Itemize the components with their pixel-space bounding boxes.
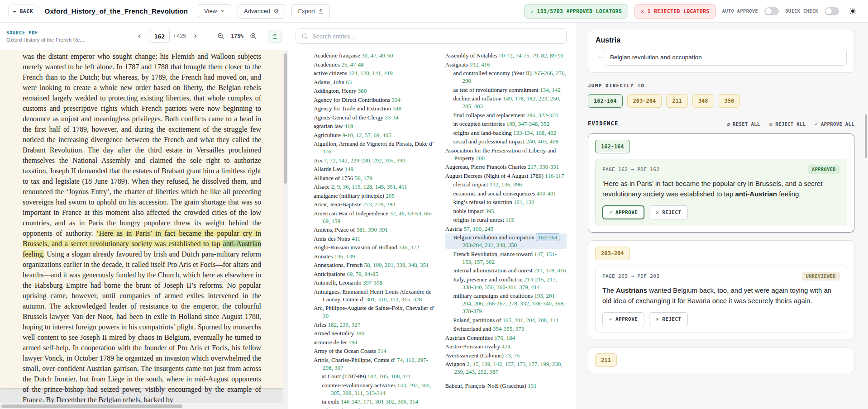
back-button[interactable]: ← BACK xyxy=(8,5,38,18)
index-refs[interactable]: 7, 72, 142, 229-230, 292, 305, 390 xyxy=(324,157,405,164)
search-input[interactable] xyxy=(312,33,561,40)
index-entry[interactable]: Assembly of Notables 70-72, 74-75, 79, 8… xyxy=(445,52,567,59)
index-entry[interactable]: Alliance of 1756 58, 179 xyxy=(314,174,435,182)
index-subentry[interactable]: counter-revolutionary activities 143, 29… xyxy=(314,381,435,397)
index-entry[interactable]: Amiens, Peace of 381, 390-391 xyxy=(314,226,435,233)
index-refs[interactable]: 121, 132 xyxy=(514,199,534,205)
pdf-vertical-scrollbar-thumb[interactable] xyxy=(284,53,287,184)
index-refs[interactable]: 131 xyxy=(528,382,537,389)
index-entry[interactable]: Annates 136, 139 xyxy=(314,252,435,260)
index-refs[interactable]: 70-72, 74-75, 79, 82, 89-91 xyxy=(499,52,563,59)
index-entry[interactable]: Amis des Noirs 411 xyxy=(314,235,435,243)
index-refs[interactable]: 116-117 xyxy=(545,172,564,179)
index-entry[interactable]: Amar, Jean-Baptiste 273, 279, 283 xyxy=(314,200,435,208)
index-refs[interactable]: 136, 139 xyxy=(334,253,355,260)
index-refs[interactable]: 134, 142 xyxy=(540,86,561,93)
search-bar[interactable] xyxy=(296,29,567,44)
index-refs[interactable]: 124, 128, 141, 419 xyxy=(348,70,393,76)
index-refs[interactable]: 63 xyxy=(346,79,352,86)
index-entry[interactable]: Armed neutrality 380 xyxy=(314,329,435,337)
pdf-viewport[interactable]: was the distant emperor who sought chang… xyxy=(0,50,288,403)
index-entry[interactable]: Antraigues, Emmanuel-Henri-Louis Alexand… xyxy=(314,288,435,303)
index-entry[interactable]: August Decrees (Night of 4 August 1789) … xyxy=(445,172,567,180)
index-entry[interactable]: Allarde Law 149 xyxy=(314,165,435,173)
index-subentry[interactable]: Italy, presence and conflict in 213-215,… xyxy=(445,276,567,291)
prev-page-button[interactable] xyxy=(134,30,145,42)
index-entry[interactable]: Army of the Ocean Coasts 314 xyxy=(314,347,435,355)
index-entry[interactable]: Academies 25, 47-48 xyxy=(314,61,435,68)
index-entry[interactable]: Antonelli, Leonardo 397-398 xyxy=(314,279,435,286)
approve-all-button[interactable]: ✓APPROVE ALL xyxy=(815,121,854,127)
auto-approve-toggle[interactable] xyxy=(764,7,779,15)
index-refs[interactable]: 58, 199, 201, 338, 348, 351 xyxy=(364,262,429,268)
index-subentry[interactable]: as test of revolutionary commitment 134,… xyxy=(445,86,567,94)
index-refs[interactable]: 57, 190, 245 xyxy=(464,225,493,232)
index-entry[interactable]: Assignats 192, 416 xyxy=(445,61,567,68)
index-ref-selected[interactable]: 162-164 xyxy=(536,233,559,241)
index-refs[interactable]: 199, 347-348, 352 xyxy=(506,120,549,127)
index-subentry[interactable]: clerical impact 132, 136, 396 xyxy=(445,181,567,188)
index-subentry[interactable]: in occupied territories 199, 347-348, 35… xyxy=(445,120,567,128)
index-refs[interactable]: 424 xyxy=(501,343,510,350)
index-refs[interactable]: 217, 330-331 xyxy=(528,163,559,170)
index-refs[interactable]: 354-355, 373 xyxy=(493,325,524,332)
index-entry[interactable]: American War of Independence 32, 46, 63-… xyxy=(314,209,435,225)
jump-chip-350[interactable]: 350 xyxy=(719,94,740,108)
index-subentry[interactable]: social and professional impact 240, 403,… xyxy=(445,138,567,145)
index-refs[interactable]: 132, 136, 396 xyxy=(490,181,522,188)
index-subentry[interactable]: king’s refusal to sanction 121, 132 xyxy=(445,198,567,206)
index-refs[interactable]: 380 xyxy=(358,87,367,94)
index-refs[interactable]: 146-147, 171, 301-302, 306, 314 xyxy=(341,398,418,405)
detail-scrollbar-thumb[interactable] xyxy=(865,114,867,158)
index-refs[interactable]: 2, 9, 36, 115, 128, 145, 351, 411 xyxy=(331,183,407,190)
theme-toggle-button[interactable] xyxy=(845,4,860,19)
index-subentry[interactable]: Belgian revolution and occupation 162-16… xyxy=(445,233,567,249)
index-refs[interactable]: 301, 310, 313, 315, 328 xyxy=(366,296,422,303)
index-subentry[interactable]: final collapse and replacement 286, 322-… xyxy=(445,111,567,119)
index-subentry[interactable]: internal administration and unrest 211, … xyxy=(445,266,567,274)
index-entry[interactable]: Alsace 2, 9, 36, 115, 128, 145, 351, 411 xyxy=(314,183,435,190)
index-refs[interactable]: 314 xyxy=(377,347,386,354)
index-entry[interactable]: Aix 7, 72, 142, 229-230, 292, 305, 390 xyxy=(314,157,435,164)
index-entry[interactable]: Arc, Philippe-Auguste de Sainte-Foix, Ch… xyxy=(314,304,435,319)
index-refs[interactable]: 69, 79, 84-85 xyxy=(347,271,378,277)
advanced-button[interactable]: Advanced ⚙ xyxy=(238,4,285,19)
index-entry[interactable]: Artois, Charles-Philippe, Comte d’ 74, 1… xyxy=(314,356,435,371)
index-entry[interactable]: Annexations, French 58, 199, 201, 338, 3… xyxy=(314,261,435,269)
index-entry[interactable]: Agriculture 9-10, 12, 57, 69, 405 xyxy=(314,131,435,139)
index-refs[interactable]: 381, 390-391 xyxy=(357,226,388,233)
index-refs[interactable]: 397-398 xyxy=(363,279,382,286)
index-refs[interactable]: 115 xyxy=(506,216,514,223)
index-refs[interactable]: 33-34 xyxy=(385,114,398,121)
evidence-chip-203-204[interactable]: 203-204 xyxy=(595,247,630,260)
index-refs[interactable]: 334 xyxy=(392,96,401,103)
index-refs[interactable]: 286, 322-323 xyxy=(526,112,558,119)
index-refs[interactable]: 165, 201, 204, 208, 414 xyxy=(503,317,559,323)
evidence-chip-162-164[interactable]: 162-164 xyxy=(595,140,630,153)
view-button[interactable]: View xyxy=(198,4,231,18)
index-refs[interactable]: 346, 372 xyxy=(399,244,420,251)
index-entry[interactable]: amalgame (military principle) 205 xyxy=(314,192,435,200)
index-subentry[interactable]: noble impact 395 xyxy=(445,207,567,215)
index-refs[interactable]: 205 xyxy=(386,192,395,199)
index-entry[interactable]: Austria 57, 190, 245 xyxy=(445,225,567,233)
index-refs[interactable]: 182, 230, 327 xyxy=(328,321,360,328)
index-subentry[interactable]: relationship with Louis XVI 155, 300 xyxy=(314,407,435,409)
pdf-vertical-scrollbar[interactable] xyxy=(283,50,288,403)
index-entry[interactable]: Avertissement (Calonne) 73, 75 xyxy=(445,352,567,359)
reject-button[interactable]: ✕REJECT xyxy=(649,312,688,326)
index-subentry[interactable]: origins in rural unrest 115 xyxy=(445,216,567,224)
index-subentry[interactable]: French Revolution, stance toward 147, 15… xyxy=(445,250,567,266)
index-entry[interactable]: Académie française 30, 47, 49-50 xyxy=(314,52,435,59)
next-page-button[interactable] xyxy=(190,30,201,42)
index-entry[interactable]: Augereau, Pierre François Charles 217, 3… xyxy=(445,163,567,171)
approve-button[interactable]: ✓APPROVE xyxy=(602,205,644,219)
approve-button[interactable]: ✓APPROVE xyxy=(602,312,644,326)
index-refs[interactable]: 133-134, 168, 402 xyxy=(513,129,556,136)
pdf-horizontal-scrollbar-thumb[interactable] xyxy=(1,404,182,408)
index-refs[interactable]: 149 xyxy=(345,166,354,172)
index-subentry[interactable]: Switzerland and 354-355, 373 xyxy=(445,325,567,333)
index-refs[interactable]: 240, 403, 408 xyxy=(526,138,559,145)
index-refs[interactable]: 380 xyxy=(355,330,364,337)
evidence-chip-211[interactable]: 211 xyxy=(595,353,617,367)
